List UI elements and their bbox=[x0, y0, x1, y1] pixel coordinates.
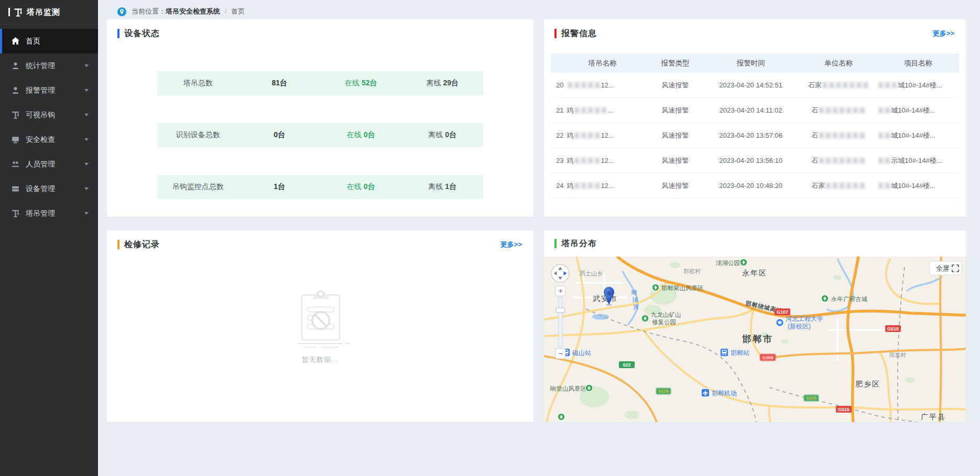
map-compass-control[interactable] bbox=[551, 264, 569, 282]
sidebar-item-alarm[interactable]: 报警管理 bbox=[0, 78, 98, 103]
breadcrumb-current[interactable]: 首页 bbox=[231, 7, 245, 16]
alarm-info-panel: 报警信息 更多>> 塔吊名称 报警类型 报警时间 单位名称 项目名称 20某某某… bbox=[544, 19, 966, 217]
alarm-title: 报警信息 bbox=[561, 28, 597, 39]
stat-row-recognition: 识别设备总数 0台 在线0台 离线0台 bbox=[157, 123, 483, 147]
logo-bar bbox=[8, 8, 10, 16]
sidebar-item-safety-check[interactable]: 安全检查 bbox=[0, 127, 98, 152]
home-icon bbox=[11, 37, 20, 46]
people-icon bbox=[11, 160, 20, 169]
user-badge-icon bbox=[11, 61, 20, 70]
svg-text:G309: G309 bbox=[762, 355, 774, 360]
alarm-table-row[interactable]: 20某某某某某12... 风速报警 2023-04-20 14:52:51 石家… bbox=[551, 73, 959, 98]
stat-row-hook-monitor: 吊钩监控点总数 1台 在线0台 离线1台 bbox=[157, 175, 483, 199]
alarm-more-link[interactable]: 更多>> bbox=[933, 29, 954, 38]
sidebar-item-crane-mgmt[interactable]: 塔吊管理 bbox=[0, 201, 98, 226]
chevron-down-icon bbox=[84, 89, 89, 92]
sidebar-item-statistics[interactable]: 统计管理 bbox=[0, 53, 98, 78]
svg-text:响堂山风景区: 响堂山风景区 bbox=[550, 385, 587, 392]
location-pin-icon bbox=[117, 7, 127, 17]
sidebar-item-home[interactable]: 首页 bbox=[0, 29, 98, 53]
alarm-table-row[interactable]: 22鸡某某某某12... 风速报警 2023-04-20 13:57:06 石某… bbox=[551, 123, 959, 148]
chevron-down-icon bbox=[84, 163, 89, 165]
device-status-panel: 设备状态 塔吊总数 81台 在线52台 离线29台 识别设备总数 0台 在线0台… bbox=[107, 19, 533, 217]
zoom-out-label: − bbox=[558, 349, 562, 358]
chevron-down-icon bbox=[84, 114, 89, 116]
sidebar-item-visual-hook[interactable]: 可视吊钩 bbox=[0, 103, 98, 127]
svg-text:S225: S225 bbox=[805, 395, 816, 401]
tower-crane-logo-icon bbox=[13, 7, 23, 17]
maintenance-panel: 检修记录 更多>> 暂无数据... bbox=[107, 230, 533, 422]
breadcrumb-prefix: 当前位置： bbox=[132, 7, 166, 16]
road-badge-522: 522 bbox=[619, 361, 635, 368]
svg-text:洺: 洺 bbox=[633, 296, 638, 303]
sidebar-menu: 首页 统计管理 报警管理 可视吊钩 安全检查 人员管理 设备管理 塔吊管理 bbox=[0, 25, 98, 226]
svg-text:南: 南 bbox=[631, 289, 637, 295]
fullscreen-button[interactable]: 全屏 bbox=[930, 261, 962, 275]
user-alert-icon bbox=[11, 86, 20, 95]
crane-distribution-panel: 塔吊分布 bbox=[544, 230, 966, 422]
alarm-table-header: 塔吊名称 报警类型 报警时间 单位名称 项目名称 bbox=[551, 53, 959, 73]
svg-text:邯郸站: 邯郸站 bbox=[731, 349, 749, 357]
title-bar-red bbox=[554, 29, 557, 38]
empty-state-text: 暂无数据... bbox=[107, 355, 533, 364]
zoom-in-label: + bbox=[558, 286, 562, 295]
town-label: 西土山乡 bbox=[580, 270, 603, 276]
svg-text:S225: S225 bbox=[658, 389, 669, 394]
breadcrumb-system[interactable]: 塔吊安全检查系统 bbox=[166, 7, 220, 16]
road-badge-g107: G107 bbox=[775, 308, 790, 315]
sidebar-item-personnel[interactable]: 人员管理 bbox=[0, 152, 98, 176]
svg-text:G107: G107 bbox=[777, 309, 788, 315]
district-label-guangping: 广平县 bbox=[921, 413, 946, 421]
svg-text:永年广府古城: 永年广府古城 bbox=[831, 296, 868, 302]
sidebar: 塔吊监测 首页 统计管理 报警管理 可视吊钩 安全检查 人员管理 设备管理 bbox=[0, 0, 98, 476]
sidebar-item-equipment[interactable]: 设备管理 bbox=[0, 176, 98, 201]
svg-text:邯郸紫山风景区: 邯郸紫山风景区 bbox=[661, 285, 704, 291]
svg-text:九龙山矿山: 九龙山矿山 bbox=[651, 312, 681, 318]
svg-text:河: 河 bbox=[633, 304, 639, 310]
alarm-table-row[interactable]: 24鸡某某某某12... 风速报警 2023-04-20 10:48:20 石家… bbox=[551, 173, 959, 198]
district-label-feixiang: 肥乡区 bbox=[855, 380, 880, 388]
svg-text:修复公园: 修复公园 bbox=[652, 319, 676, 325]
airport-poi-handan: 邯郸机场 bbox=[701, 389, 737, 397]
city-label-handan: 邯郸市 bbox=[742, 334, 774, 344]
empty-state: 暂无数据... bbox=[107, 283, 533, 364]
park-poi-minghu: 洺湖公园 bbox=[716, 259, 747, 266]
crane-icon bbox=[11, 110, 20, 119]
zoom-slider-handle[interactable] bbox=[556, 308, 565, 313]
maintenance-title: 检修记录 bbox=[124, 239, 160, 250]
monitor-icon bbox=[11, 135, 20, 144]
road-badge-s225: S225 bbox=[804, 395, 819, 401]
svg-text:河北工程大学: 河北工程大学 bbox=[786, 315, 823, 323]
chevron-down-icon bbox=[84, 138, 89, 141]
fullscreen-label: 全屏 bbox=[936, 264, 950, 272]
station-poi-cishan: 磁山站 bbox=[562, 348, 591, 357]
map-title: 塔吊分布 bbox=[561, 238, 597, 249]
district-label-yongnian: 永年区 bbox=[742, 269, 767, 277]
svg-text:G515: G515 bbox=[887, 326, 899, 331]
breadcrumb-separator: / bbox=[225, 8, 226, 15]
svg-text:磁山站: 磁山站 bbox=[572, 349, 591, 357]
alarm-table-row[interactable]: 21鸡某某某某某... 风速报警 2023-04-20 14:11:02 石某某… bbox=[551, 98, 959, 123]
main-content: 当前位置： 塔吊安全检查系统 / 首页 设备状态 塔吊总数 81台 在线52台 … bbox=[98, 0, 980, 476]
svg-text:G515: G515 bbox=[838, 407, 850, 412]
road-badge-g515: G515 bbox=[885, 325, 901, 332]
town-label: 周寨村 bbox=[889, 352, 906, 358]
road-badge-g309: G309 bbox=[760, 354, 776, 361]
maintenance-more-link[interactable]: 更多>> bbox=[500, 240, 522, 249]
road-badge-s225: S225 bbox=[656, 388, 671, 394]
crane-distribution-map[interactable]: 邯郸绕城高速 G107 G515 G515 G309 522 S225 S225… bbox=[544, 257, 966, 422]
device-status-title: 设备状态 bbox=[124, 28, 160, 39]
crane-icon bbox=[11, 209, 20, 218]
town-label: 郭窑村 bbox=[683, 268, 701, 274]
road-badge-g515: G515 bbox=[836, 406, 852, 413]
svg-text:洺湖公园: 洺湖公园 bbox=[716, 260, 740, 266]
zoom-slider-track[interactable] bbox=[559, 297, 562, 347]
app-logo: 塔吊监测 bbox=[0, 0, 98, 25]
app-title: 塔吊监测 bbox=[27, 7, 60, 17]
svg-text:522: 522 bbox=[623, 362, 630, 368]
svg-text:(新校区): (新校区) bbox=[788, 323, 811, 330]
alarm-table-row[interactable]: 23鸡某某某某12... 风速报警 2023-04-20 13:56:10 石某… bbox=[551, 148, 959, 173]
chevron-down-icon bbox=[84, 187, 89, 190]
title-bar-blue bbox=[117, 29, 119, 38]
empty-clipboard-icon bbox=[287, 283, 354, 351]
